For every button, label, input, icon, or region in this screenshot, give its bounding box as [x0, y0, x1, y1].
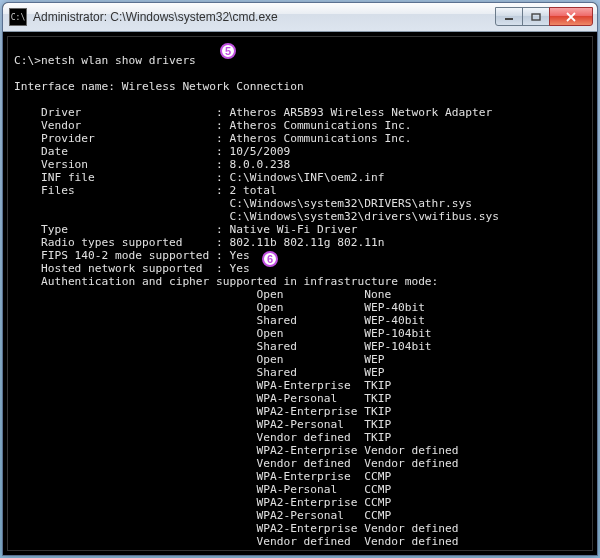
svg-rect-1 — [532, 14, 540, 20]
minimize-button[interactable] — [495, 7, 523, 26]
titlebar[interactable]: C:\ Administrator: C:\Windows\system32\c… — [3, 3, 597, 32]
svg-rect-0 — [505, 18, 513, 20]
close-button[interactable] — [549, 7, 593, 26]
console-area[interactable]: C:\>netsh wlan show drivers Interface na… — [7, 36, 593, 551]
window-title: Administrator: C:\Windows\system32\cmd.e… — [33, 10, 496, 24]
annotation-marker-6: 6 — [262, 251, 278, 267]
console-output: C:\>netsh wlan show drivers Interface na… — [8, 37, 592, 551]
window-controls — [496, 7, 593, 27]
cmd-window: C:\ Administrator: C:\Windows\system32\c… — [2, 2, 598, 556]
maximize-button[interactable] — [522, 7, 550, 26]
annotation-marker-5: 5 — [220, 43, 236, 59]
app-icon: C:\ — [9, 8, 27, 26]
